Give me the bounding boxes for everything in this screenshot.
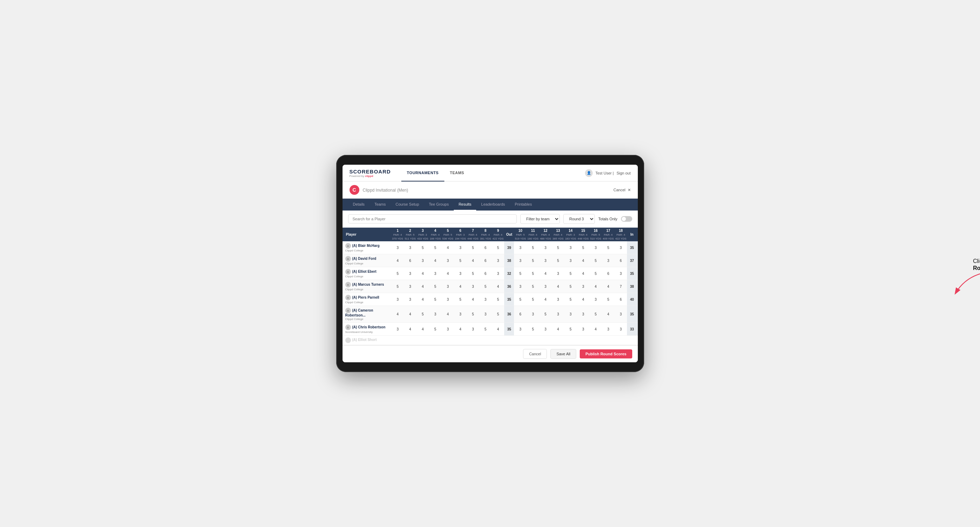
score-input[interactable] — [431, 312, 439, 316]
score-input[interactable] — [444, 259, 452, 263]
score-input[interactable] — [617, 285, 625, 289]
hole-18-score[interactable] — [614, 241, 627, 254]
score-input[interactable] — [542, 285, 549, 289]
score-input[interactable] — [394, 259, 401, 263]
score-input[interactable] — [457, 298, 464, 302]
hole-17-score[interactable] — [602, 323, 615, 336]
hole-13-score[interactable] — [552, 293, 564, 306]
score-input[interactable] — [617, 327, 625, 331]
score-input[interactable] — [617, 312, 625, 316]
score-input[interactable] — [419, 312, 426, 316]
cancel-tournament[interactable]: Cancel ✕ — [613, 188, 630, 192]
hole-11-score[interactable] — [527, 254, 539, 267]
hole-7-score[interactable] — [467, 306, 479, 323]
score-input[interactable] — [579, 272, 587, 276]
score-input[interactable] — [542, 259, 549, 263]
hole-4-score[interactable] — [429, 267, 442, 280]
publish-round-scores-button[interactable]: Publish Round Scores — [580, 349, 632, 359]
hole-8-score[interactable] — [479, 241, 492, 254]
score-input[interactable] — [529, 312, 537, 316]
score-input[interactable] — [444, 285, 452, 289]
hole-1-score[interactable] — [391, 306, 404, 323]
score-input[interactable] — [419, 327, 426, 331]
hole-10-score[interactable] — [514, 280, 527, 293]
score-input[interactable] — [617, 259, 625, 263]
hole-10-score[interactable] — [514, 293, 527, 306]
hole-1-score[interactable] — [391, 267, 404, 280]
hole-15-score[interactable] — [577, 241, 590, 254]
tab-tee-groups[interactable]: Tee Groups — [424, 198, 454, 211]
hole-15-score[interactable] — [577, 267, 590, 280]
hole-11-score[interactable] — [527, 280, 539, 293]
hole-12-score[interactable] — [539, 293, 552, 306]
score-input[interactable] — [482, 259, 490, 263]
hole-14-score[interactable] — [564, 293, 577, 306]
sign-out-link[interactable]: Sign out — [616, 171, 630, 175]
tab-printables[interactable]: Printables — [510, 198, 537, 211]
save-all-button[interactable]: Save All — [550, 349, 576, 359]
hole-5-score[interactable] — [442, 306, 454, 323]
hole-8-score[interactable] — [479, 254, 492, 267]
hole-2-score[interactable] — [404, 280, 416, 293]
hole-7-score[interactable] — [467, 267, 479, 280]
tab-teams[interactable]: Teams — [369, 198, 390, 211]
score-input[interactable] — [604, 327, 612, 331]
score-input[interactable] — [469, 246, 477, 250]
hole-5-score[interactable] — [442, 241, 454, 254]
score-input[interactable] — [529, 327, 537, 331]
score-input[interactable] — [554, 327, 562, 331]
score-input[interactable] — [431, 285, 439, 289]
score-input[interactable] — [554, 312, 562, 316]
score-input[interactable] — [554, 298, 562, 302]
hole-14-score[interactable] — [564, 267, 577, 280]
score-input[interactable] — [529, 298, 537, 302]
score-input[interactable] — [394, 312, 401, 316]
hole-9-score[interactable] — [492, 323, 504, 336]
score-input[interactable] — [617, 246, 625, 250]
hole-1-score[interactable] — [391, 293, 404, 306]
hole-14-score[interactable] — [564, 323, 577, 336]
hole-3-score[interactable] — [416, 254, 429, 267]
score-input[interactable] — [579, 246, 587, 250]
hole-9-score[interactable] — [492, 241, 504, 254]
hole-8-score[interactable] — [479, 323, 492, 336]
hole-18-score[interactable] — [614, 280, 627, 293]
score-input[interactable] — [516, 272, 524, 276]
hole-6-score[interactable] — [454, 306, 467, 323]
score-input[interactable] — [394, 246, 401, 250]
hole-2-score[interactable] — [404, 241, 416, 254]
score-input[interactable] — [529, 272, 537, 276]
score-input[interactable] — [529, 259, 537, 263]
score-input[interactable] — [394, 272, 401, 276]
hole-7-score[interactable] — [467, 241, 479, 254]
hole-14-score[interactable] — [564, 254, 577, 267]
score-input[interactable] — [579, 285, 587, 289]
score-input[interactable] — [482, 312, 490, 316]
score-input[interactable] — [554, 272, 562, 276]
score-input[interactable] — [592, 285, 600, 289]
score-input[interactable] — [567, 259, 574, 263]
score-input[interactable] — [494, 298, 502, 302]
hole-13-score[interactable] — [552, 323, 564, 336]
hole-7-score[interactable] — [467, 254, 479, 267]
hole-2-score[interactable] — [404, 254, 416, 267]
totals-only-toggle[interactable] — [621, 216, 632, 222]
score-input[interactable] — [542, 312, 549, 316]
score-input[interactable] — [592, 312, 600, 316]
score-input[interactable] — [516, 298, 524, 302]
score-input[interactable] — [406, 298, 414, 302]
score-input[interactable] — [494, 327, 502, 331]
hole-1-score[interactable] — [391, 254, 404, 267]
hole-9-score[interactable] — [492, 254, 504, 267]
hole-12-score[interactable] — [539, 241, 552, 254]
score-input[interactable] — [567, 246, 574, 250]
hole-8-score[interactable] — [479, 306, 492, 323]
score-input[interactable] — [419, 285, 426, 289]
hole-6-score[interactable] — [454, 241, 467, 254]
hole-12-score[interactable] — [539, 267, 552, 280]
score-input[interactable] — [494, 272, 502, 276]
score-input[interactable] — [567, 327, 574, 331]
score-input[interactable] — [406, 272, 414, 276]
score-input[interactable] — [592, 272, 600, 276]
hole-17-score[interactable] — [602, 293, 615, 306]
